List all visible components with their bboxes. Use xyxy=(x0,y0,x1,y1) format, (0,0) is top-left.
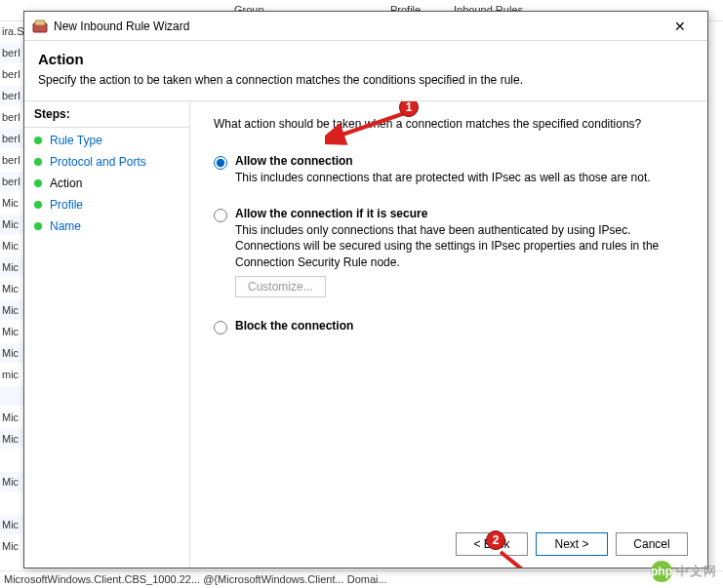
bg-row: Mic xyxy=(0,279,23,298)
option-title: Allow the connection xyxy=(235,154,684,168)
step-bullet-icon xyxy=(34,222,42,230)
bg-row: Mic xyxy=(0,472,23,491)
option-description: This includes only connections that have… xyxy=(235,222,684,270)
action-radio[interactable] xyxy=(214,209,227,222)
header-section: Action Specify the action to be taken wh… xyxy=(24,41,707,101)
bg-row: Mic xyxy=(0,343,23,363)
step-bullet-icon xyxy=(34,137,42,144)
bg-row: Mic xyxy=(0,236,23,255)
close-button[interactable]: ✕ xyxy=(661,13,700,40)
annotation-badge-1: 1 xyxy=(399,101,419,117)
step-bullet-icon xyxy=(34,179,42,187)
app-icon xyxy=(32,19,48,34)
action-option: Allow the connectionThis includes connec… xyxy=(214,154,684,185)
bg-footer-row: MicrosoftWindows.Client.CBS_1000.22... @… xyxy=(0,570,723,588)
page-heading: Action xyxy=(38,51,694,67)
option-title: Allow the connection if it is secure xyxy=(235,207,684,220)
action-option: Allow the connection if it is secureThis… xyxy=(214,207,684,297)
customize-button: Customize... xyxy=(235,276,326,297)
step-item-rule-type[interactable]: Rule Type xyxy=(24,130,189,151)
watermark: php 中文网 xyxy=(651,561,717,582)
main-pane: What action should be taken when a conne… xyxy=(190,101,707,568)
bg-row: Mic xyxy=(0,300,23,320)
page-subheading: Specify the action to be taken when a co… xyxy=(38,73,694,87)
action-radio[interactable] xyxy=(214,156,227,170)
bg-row: berI xyxy=(0,86,23,105)
step-label: Action xyxy=(50,176,82,190)
bg-row: berI xyxy=(0,64,23,84)
step-label: Profile xyxy=(50,198,83,212)
bg-row: Mic xyxy=(0,322,23,341)
dialog-title: New Inbound Rule Wizard xyxy=(54,20,661,33)
step-item-profile[interactable]: Profile xyxy=(24,194,189,216)
bg-row: berI xyxy=(0,43,23,62)
svg-rect-1 xyxy=(35,20,45,25)
bg-row: Mic xyxy=(0,193,23,213)
bg-row xyxy=(0,386,23,406)
step-label: Protocol and Ports xyxy=(50,155,146,169)
watermark-text: 中文网 xyxy=(676,563,717,580)
bg-row: Mic xyxy=(0,215,23,234)
wizard-dialog: New Inbound Rule Wizard ✕ Action Specify… xyxy=(23,11,708,568)
bg-row: Mic xyxy=(0,257,23,277)
next-button[interactable]: Next > xyxy=(536,532,608,556)
watermark-logo: php xyxy=(651,561,672,582)
step-label: Rule Type xyxy=(50,134,102,147)
steps-title: Steps: xyxy=(24,105,189,128)
bg-row xyxy=(0,451,23,470)
step-label: Name xyxy=(50,219,81,233)
steps-sidebar: Steps: Rule TypeProtocol and PortsAction… xyxy=(24,101,190,568)
question-text: What action should be taken when a conne… xyxy=(214,117,684,131)
bg-row: Mic xyxy=(0,515,23,534)
step-bullet-icon xyxy=(34,201,42,209)
bg-row: mic xyxy=(0,365,23,384)
titlebar: New Inbound Rule Wizard ✕ xyxy=(24,12,707,41)
bg-row: berI xyxy=(0,150,23,170)
step-item-name[interactable]: Name xyxy=(24,216,189,237)
step-item-protocol-and-ports[interactable]: Protocol and Ports xyxy=(24,151,189,173)
action-radio[interactable] xyxy=(214,321,227,334)
bg-row: Mic xyxy=(0,536,23,556)
option-title: Block the connection xyxy=(235,319,684,333)
bg-row: berI xyxy=(0,172,23,191)
option-description: This includes connections that are prote… xyxy=(235,170,684,185)
annotation-badge-2: 2 xyxy=(486,530,505,550)
bg-row: berI xyxy=(0,107,23,127)
action-option: Block the connection xyxy=(214,319,684,334)
cancel-button[interactable]: Cancel xyxy=(616,532,688,556)
bg-row: Mic xyxy=(0,408,23,427)
bg-row: berI xyxy=(0,129,23,148)
bg-row: ira.S xyxy=(0,21,23,41)
step-bullet-icon xyxy=(34,158,42,166)
step-item-action[interactable]: Action xyxy=(24,173,189,194)
bg-row xyxy=(0,493,23,513)
bg-row: Mic xyxy=(0,429,23,449)
